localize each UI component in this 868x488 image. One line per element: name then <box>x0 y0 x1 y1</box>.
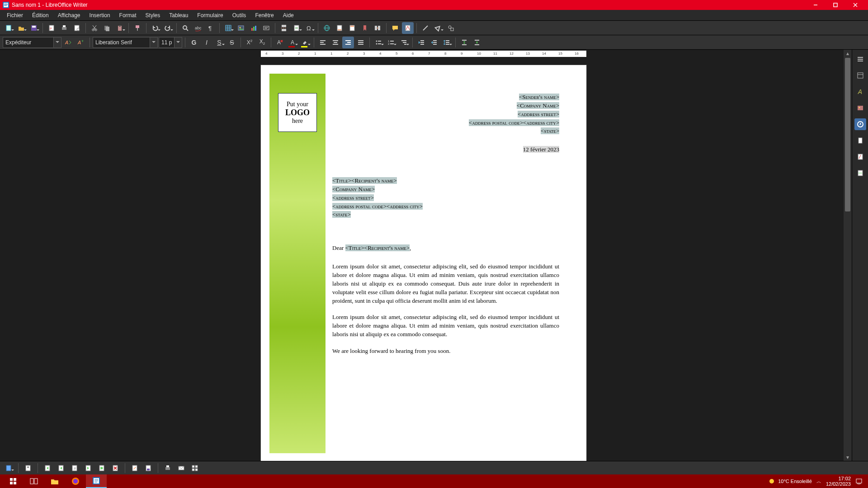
decrease-para-spacing-button[interactable] <box>471 37 483 48</box>
export-pdf-button[interactable]: P <box>46 22 57 34</box>
menu-formulaire[interactable]: Formulaire <box>193 11 227 20</box>
maximize-button[interactable] <box>826 0 845 10</box>
font-size-combo[interactable] <box>159 37 182 48</box>
insert-image-button[interactable] <box>235 22 247 34</box>
font-name-dropdown[interactable] <box>150 37 158 48</box>
mm-current-button[interactable]: # <box>69 462 80 474</box>
insert-special-char-button[interactable]: Ω <box>303 22 315 34</box>
align-center-button[interactable] <box>330 37 341 48</box>
style-inspector-icon[interactable] <box>854 151 866 163</box>
paragraph-style-input[interactable] <box>3 37 53 48</box>
new-style-button[interactable]: A+ <box>75 37 87 48</box>
mm-save-button[interactable] <box>142 462 154 474</box>
superscript-button[interactable]: X2 <box>244 37 255 48</box>
weather-widget[interactable]: 10°C Ensoleillé <box>768 478 812 485</box>
draw-functions-button[interactable] <box>445 22 457 34</box>
paragraph-style-dropdown[interactable] <box>53 37 61 48</box>
clock[interactable]: 17:02 12/02/2023 <box>826 476 851 487</box>
insert-field-button[interactable] <box>291 22 302 34</box>
mailmerge-wizard-button[interactable] <box>3 462 14 474</box>
mm-first-button[interactable] <box>42 462 53 474</box>
basic-shapes-button[interactable] <box>432 22 444 34</box>
increase-indent-button[interactable] <box>415 37 427 48</box>
print-button[interactable] <box>58 22 70 34</box>
align-justify-button[interactable] <box>355 37 367 48</box>
align-left-button[interactable] <box>317 37 329 48</box>
insert-endnote-button[interactable] <box>346 22 358 34</box>
menu-styles[interactable]: Styles <box>142 11 165 20</box>
paste-button[interactable] <box>114 22 126 34</box>
mm-exclude-button[interactable] <box>109 462 121 474</box>
document-page[interactable]: Put your LOGO here <Sender's name> <Comp… <box>261 65 586 461</box>
mm-last-button[interactable] <box>96 462 108 474</box>
horizontal-ruler[interactable]: 432112345678910111213141516 <box>4 50 844 58</box>
menu-insertion[interactable]: Insertion <box>85 11 114 20</box>
redo-button[interactable] <box>162 22 174 34</box>
menu-affichage[interactable]: Affichage <box>54 11 85 20</box>
spellcheck-button[interactable]: abc <box>192 22 204 34</box>
start-button[interactable] <box>3 474 24 488</box>
increase-para-spacing-button[interactable] <box>458 37 470 48</box>
firefox-taskbar-icon[interactable] <box>65 474 86 488</box>
insert-hyperlink-button[interactable] <box>321 22 333 34</box>
underline-button[interactable]: S <box>213 37 225 48</box>
strikethrough-button[interactable]: S <box>226 37 238 48</box>
explorer-taskbar-icon[interactable] <box>44 474 65 488</box>
line-spacing-button[interactable] <box>441 37 453 48</box>
italic-button[interactable]: I <box>201 37 212 48</box>
notifications-icon[interactable] <box>855 478 863 485</box>
copy-button[interactable] <box>101 22 113 34</box>
insert-chart-button[interactable] <box>248 22 259 34</box>
font-size-input[interactable] <box>159 37 174 48</box>
date-block[interactable]: 12 février 2023 <box>332 145 559 154</box>
font-size-dropdown[interactable] <box>174 37 182 48</box>
body[interactable]: Lorem ipsum dolor sit amet, consectetur … <box>332 263 559 356</box>
recipient-block[interactable]: <Title><Recipient's name> <Company Name>… <box>332 177 559 219</box>
clear-formatting-button[interactable]: A <box>274 37 286 48</box>
insert-table-button[interactable] <box>222 22 234 34</box>
numbered-list-button[interactable]: 12 <box>385 37 397 48</box>
page-panel-icon[interactable] <box>854 135 866 146</box>
properties-panel-icon[interactable] <box>854 70 866 81</box>
outline-list-button[interactable] <box>398 37 410 48</box>
track-changes-button[interactable] <box>402 22 414 34</box>
clone-format-button[interactable] <box>132 22 143 34</box>
font-name-input[interactable] <box>93 37 150 48</box>
undo-button[interactable] <box>149 22 161 34</box>
open-button[interactable] <box>15 22 27 34</box>
logo-placeholder[interactable]: Put your LOGO here <box>278 93 317 132</box>
menu-tableau[interactable]: Tableau <box>165 11 192 20</box>
insert-bookmark-button[interactable] <box>359 22 371 34</box>
styles-panel-icon[interactable]: A <box>854 86 866 98</box>
bullet-list-button[interactable] <box>373 37 384 48</box>
mm-addresses-button[interactable] <box>22 462 34 474</box>
insert-textbox-button[interactable] <box>260 22 272 34</box>
cut-button[interactable] <box>89 22 100 34</box>
gallery-panel-icon[interactable] <box>854 102 866 114</box>
writer-taskbar-icon[interactable] <box>86 474 107 488</box>
align-right-button[interactable] <box>342 37 354 48</box>
vertical-scrollbar[interactable]: ▴ ▾ <box>844 50 852 461</box>
new-button[interactable] <box>3 22 14 34</box>
task-view-button[interactable] <box>24 474 44 488</box>
font-color-button[interactable]: A <box>287 37 298 48</box>
menu-outils[interactable]: Outils <box>228 11 250 20</box>
insert-comment-button[interactable] <box>389 22 401 34</box>
draw-line-button[interactable] <box>420 22 431 34</box>
sender-block[interactable]: <Sender's name> <Company Name> <address … <box>332 93 559 136</box>
tray-chevron-icon[interactable]: ︿ <box>816 478 821 485</box>
insert-pagebreak-button[interactable] <box>278 22 290 34</box>
navigator-panel-icon[interactable] <box>854 118 866 130</box>
salutation[interactable]: Dear <Title><Recipient's name>, <box>332 244 559 253</box>
find-button[interactable] <box>179 22 191 34</box>
manage-changes-icon[interactable] <box>854 167 866 179</box>
minimize-button[interactable] <box>806 0 826 10</box>
mm-email-button[interactable] <box>175 462 187 474</box>
scroll-up-button[interactable]: ▴ <box>844 50 852 57</box>
formatting-marks-button[interactable]: ¶ <box>205 22 217 34</box>
print-preview-button[interactable] <box>71 22 83 34</box>
menu-fenetre[interactable]: Fenêtre <box>251 11 278 20</box>
scroll-down-button[interactable]: ▾ <box>844 454 852 461</box>
menu-format[interactable]: Format <box>115 11 141 20</box>
save-button[interactable] <box>28 22 40 34</box>
